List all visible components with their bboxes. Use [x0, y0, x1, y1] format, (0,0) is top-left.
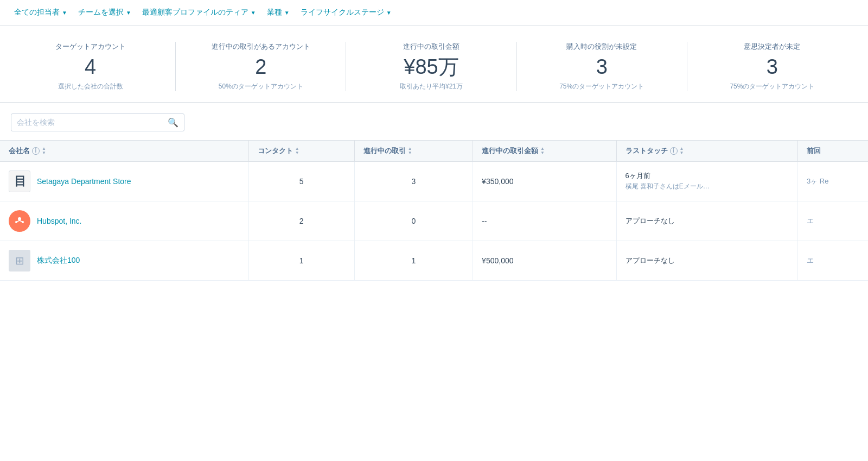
stat-sub-accounts_with_deals: 50%のターゲットアカウント	[187, 82, 335, 91]
col-label-prev: 前回	[807, 147, 821, 155]
sort-icon-open_deals: ▲▼	[408, 147, 412, 155]
company-name-setagaya[interactable]: Setagaya Department Store	[37, 177, 131, 186]
col-label-deal_amount: 進行中の取引金額	[482, 147, 538, 155]
last-touch-sub-setagaya: 横尾 喜和子さんはEメール…	[626, 182, 789, 191]
col-header-last_touch[interactable]: ラストタッチi▲▼	[616, 140, 797, 161]
stat-sub-target_accounts: 選択した会社の合計数	[16, 82, 164, 91]
stat-label-target_accounts: ターゲットアカウント	[16, 42, 164, 52]
prev-col-kabu100: エ	[797, 241, 868, 280]
stat-item-accounts_with_deals: 進行中の取引があるアカウント 2 50%のターゲットアカウント	[176, 42, 346, 91]
company-table: 会社名i▲▼コンタクト▲▼進行中の取引▲▼進行中の取引金額▲▼ラストタッチi▲▼…	[0, 140, 868, 281]
stat-sub-role_not_set: 75%のターゲットアカウント	[528, 82, 676, 91]
filter-label-team: チームを選択	[78, 8, 124, 17]
deal-amount-kabu100: ¥500,000	[473, 241, 616, 280]
stat-value-deal_amount: ¥85万	[357, 56, 505, 79]
company-logo-setagaya: 目	[9, 170, 30, 192]
last-touch-main-kabu100: アプローチなし	[626, 256, 789, 266]
col-header-company_name[interactable]: 会社名i▲▼	[0, 140, 248, 161]
stat-label-decision_maker_not_set: 意思決定者が未定	[698, 42, 846, 52]
deal-amount-hubspot: --	[473, 201, 616, 241]
filter-item-industry[interactable]: 業種▼	[264, 5, 293, 20]
col-header-contacts[interactable]: コンタクト▲▼	[248, 140, 354, 161]
prev-col-hubspot: エ	[797, 201, 868, 241]
table-row: Hubspot, Inc. 20-- アプローチなし エ	[0, 201, 868, 241]
open-deals-hubspot: 0	[354, 201, 473, 241]
table-container: 会社名i▲▼コンタクト▲▼進行中の取引▲▼進行中の取引金額▲▼ラストタッチi▲▼…	[0, 140, 868, 281]
company-logo-hubspot	[9, 210, 30, 232]
stat-value-decision_maker_not_set: 3	[698, 56, 846, 79]
sort-icon-last_touch: ▲▼	[680, 147, 684, 155]
last-touch-setagaya: 6ヶ月前 横尾 喜和子さんはEメール…	[616, 161, 797, 201]
stat-value-target_accounts: 4	[16, 56, 164, 79]
filter-label-assignee: 全ての担当者	[14, 8, 60, 17]
last-touch-main-hubspot: アプローチなし	[626, 216, 789, 226]
col-label-company_name: 会社名	[9, 147, 30, 155]
stat-sub-deal_amount: 取引あたり平均¥21万	[357, 82, 505, 91]
col-header-prev: 前回	[797, 140, 868, 161]
stat-label-deal_amount: 進行中の取引金額	[357, 42, 505, 52]
search-input[interactable]	[17, 118, 164, 127]
logo-text-kabu100: ⊞	[15, 254, 24, 267]
filter-bar: 全ての担当者▼チームを選択▼最適顧客プロファイルのティア▼業種▼ライフサイクルス…	[0, 0, 868, 26]
company-cell-hubspot: Hubspot, Inc.	[0, 201, 248, 241]
chevron-icon-industry: ▼	[284, 10, 290, 16]
stat-item-target_accounts: ターゲットアカウント 4 選択した会社の合計数	[11, 42, 176, 91]
company-logo-kabu100: ⊞	[9, 250, 30, 271]
stat-item-decision_maker_not_set: 意思決定者が未定 3 75%のターゲットアカウント	[687, 42, 857, 91]
stat-sub-decision_maker_not_set: 75%のターゲットアカウント	[698, 82, 846, 91]
open-deals-setagaya: 3	[354, 161, 473, 201]
chevron-icon-team: ▼	[126, 10, 131, 16]
logo-svg-hubspot	[13, 214, 26, 228]
col-header-open_deals[interactable]: 進行中の取引▲▼	[354, 140, 473, 161]
company-name-hubspot[interactable]: Hubspot, Inc.	[37, 217, 82, 225]
company-cell-kabu100: ⊞ 株式会社100	[0, 241, 248, 280]
company-cell-setagaya: 目 Setagaya Department Store	[0, 161, 248, 201]
table-body: 目 Setagaya Department Store 53¥350,000 6…	[0, 161, 868, 280]
last-touch-hubspot: アプローチなし	[616, 201, 797, 241]
open-deals-kabu100: 1	[354, 241, 473, 280]
table-row: ⊞ 株式会社100 11¥500,000 アプローチなし エ	[0, 241, 868, 280]
col-label-contacts: コンタクト	[258, 147, 293, 155]
sort-icon-company_name: ▲▼	[42, 147, 46, 155]
deal-amount-setagaya: ¥350,000	[473, 161, 616, 201]
table-row: 目 Setagaya Department Store 53¥350,000 6…	[0, 161, 868, 201]
stat-label-role_not_set: 購入時の役割が未設定	[528, 42, 676, 52]
info-icon-last_touch: i	[670, 147, 678, 155]
search-icon[interactable]: 🔍	[168, 117, 178, 128]
chevron-icon-lifecycle: ▼	[386, 10, 392, 16]
col-header-deal_amount[interactable]: 進行中の取引金額▲▼	[473, 140, 616, 161]
sort-icon-deal_amount: ▲▼	[540, 147, 545, 155]
svg-point-0	[18, 217, 21, 220]
contacts-setagaya: 5	[248, 161, 354, 201]
stats-section: ターゲットアカウント 4 選択した会社の合計数 進行中の取引があるアカウント 2…	[0, 26, 868, 103]
search-section: 🔍	[0, 103, 868, 131]
filter-item-icp_tier[interactable]: 最適顧客プロファイルのティア▼	[139, 5, 259, 20]
filter-label-industry: 業種	[267, 8, 282, 17]
col-label-open_deals: 進行中の取引	[363, 147, 406, 155]
stat-value-role_not_set: 3	[528, 56, 676, 79]
filter-item-assignee[interactable]: 全ての担当者▼	[11, 5, 71, 20]
contacts-kabu100: 1	[248, 241, 354, 280]
stat-item-deal_amount: 進行中の取引金額 ¥85万 取引あたり平均¥21万	[346, 42, 516, 91]
contacts-hubspot: 2	[248, 201, 354, 241]
table-header-row: 会社名i▲▼コンタクト▲▼進行中の取引▲▼進行中の取引金額▲▼ラストタッチi▲▼…	[0, 140, 868, 161]
info-icon-company_name: i	[32, 147, 40, 155]
last-touch-kabu100: アプローチなし	[616, 241, 797, 280]
sort-icon-contacts: ▲▼	[295, 147, 299, 155]
filter-label-icp_tier: 最適顧客プロファイルのティア	[142, 8, 248, 17]
stat-label-accounts_with_deals: 進行中の取引があるアカウント	[187, 42, 335, 52]
company-name-kabu100[interactable]: 株式会社100	[37, 256, 80, 266]
filter-item-team[interactable]: チームを選択▼	[75, 5, 135, 20]
prev-col-setagaya: 3ヶ Re	[797, 161, 868, 201]
logo-text-setagaya: 目	[14, 173, 25, 190]
chevron-icon-icp_tier: ▼	[251, 10, 256, 16]
filter-label-lifecycle: ライフサイクルステージ	[301, 8, 384, 17]
stat-item-role_not_set: 購入時の役割が未設定 3 75%のターゲットアカウント	[517, 42, 687, 91]
chevron-icon-assignee: ▼	[62, 10, 67, 16]
last-touch-main-setagaya: 6ヶ月前	[626, 171, 789, 181]
stat-value-accounts_with_deals: 2	[187, 56, 335, 79]
search-box: 🔍	[11, 113, 184, 131]
col-label-last_touch: ラストタッチ	[626, 147, 668, 155]
filter-item-lifecycle[interactable]: ライフサイクルステージ▼	[297, 5, 395, 20]
